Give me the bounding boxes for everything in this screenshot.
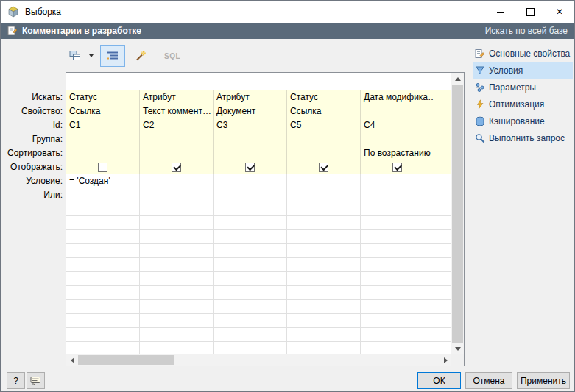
- grid-cell: [287, 160, 361, 174]
- display-checkbox[interactable]: [98, 163, 107, 172]
- wizard-button[interactable]: [130, 45, 152, 67]
- sidebar-item-conditions[interactable]: Условия: [473, 62, 573, 79]
- grid-cell[interactable]: [361, 104, 434, 118]
- grid-cell[interactable]: [287, 174, 361, 188]
- grid-row-labels: Искать: Свойство: Id: Группа: Сортироват…: [1, 90, 63, 202]
- grid-cell[interactable]: C3: [214, 118, 287, 132]
- grid-cell[interactable]: [434, 160, 451, 174]
- sidebar-item-optimization[interactable]: Оптимизация: [473, 96, 573, 113]
- display-checkbox[interactable]: [245, 163, 255, 172]
- grid-cell[interactable]: [287, 188, 361, 202]
- scroll-down-button[interactable]: [451, 343, 464, 354]
- sidebar-item-caching[interactable]: Кэширование: [473, 113, 573, 129]
- grid-cell[interactable]: [361, 174, 434, 188]
- grid-cell[interactable]: По возрастанию: [361, 146, 434, 160]
- grid-cell[interactable]: Текст коммент…: [140, 104, 214, 118]
- grid-cell[interactable]: [214, 132, 287, 146]
- scroll-up-button[interactable]: [451, 73, 464, 85]
- grid-cell[interactable]: C5: [287, 118, 361, 132]
- vertical-scroll-thumb[interactable]: [452, 85, 463, 343]
- close-button[interactable]: ✕: [545, 1, 574, 23]
- scroll-right-button[interactable]: [440, 354, 451, 366]
- minimize-button[interactable]: [486, 1, 515, 23]
- grid-row-condition: = 'Создан': [66, 174, 451, 188]
- row-label: Id:: [1, 118, 63, 132]
- grid-row-display: [66, 160, 451, 174]
- grid-cell[interactable]: Атрибут: [140, 90, 214, 104]
- structure-view-icon: [106, 51, 119, 61]
- grid-cell[interactable]: [287, 146, 361, 160]
- grid-cell[interactable]: [361, 188, 434, 202]
- row-label: Сортировать:: [1, 146, 63, 160]
- grid-cell[interactable]: [66, 188, 140, 202]
- cancel-button[interactable]: Отмена: [465, 372, 512, 389]
- grid-cell[interactable]: [287, 132, 361, 146]
- grid-cell[interactable]: C1: [66, 118, 140, 132]
- help-button[interactable]: ?: [7, 372, 25, 389]
- grid-row-or: [66, 188, 451, 202]
- header-bar: Комментарии в разработке Искать по всей …: [1, 23, 574, 39]
- grid-cell[interactable]: Документ: [214, 104, 287, 118]
- grid-cell[interactable]: [434, 90, 451, 104]
- comment-icon: [30, 376, 41, 386]
- notes-button[interactable]: [27, 372, 45, 389]
- grid-cell[interactable]: [140, 146, 214, 160]
- grid-cell[interactable]: Атрибут: [214, 90, 287, 104]
- grid-cell[interactable]: [434, 188, 451, 202]
- grid-cell[interactable]: C4: [361, 118, 434, 132]
- properties-icon: [475, 49, 485, 59]
- grid-content: Статус Атрибут Атрибут Статус Дата модиф…: [66, 73, 451, 354]
- grid-cell[interactable]: [214, 188, 287, 202]
- horizontal-scroll-thumb[interactable]: [78, 355, 174, 365]
- grid-cell[interactable]: Статус: [287, 90, 361, 104]
- display-checkbox[interactable]: [392, 163, 402, 172]
- grid-cell[interactable]: C2: [140, 118, 214, 132]
- sidebar-item-main-properties[interactable]: Основные свойства: [473, 45, 573, 62]
- grid-cell[interactable]: [214, 146, 287, 160]
- query-grid: Статус Атрибут Атрибут Статус Дата модиф…: [66, 72, 465, 366]
- sidebar-item-run-query[interactable]: Выполнить запрос: [473, 129, 573, 146]
- grid-cell[interactable]: [434, 118, 451, 132]
- grid-cell[interactable]: [66, 146, 140, 160]
- grid-cell[interactable]: [361, 132, 434, 146]
- grid-cell[interactable]: Статус: [66, 90, 140, 104]
- ok-button[interactable]: ОК: [417, 372, 461, 389]
- grid-cell[interactable]: [140, 132, 214, 146]
- grid-cell[interactable]: [434, 174, 451, 188]
- sql-button[interactable]: SQL: [159, 45, 186, 67]
- grid-row-group: [66, 132, 451, 146]
- vertical-scrollbar[interactable]: [451, 73, 464, 354]
- maximize-icon: [526, 8, 535, 16]
- structure-view-button[interactable]: [100, 45, 125, 67]
- grid-cell[interactable]: [66, 132, 140, 146]
- grid-cell[interactable]: [434, 104, 451, 118]
- grid-cell[interactable]: [434, 132, 451, 146]
- grid-cell[interactable]: [140, 188, 214, 202]
- grid-cell[interactable]: Ссылка: [287, 104, 361, 118]
- grid-cell[interactable]: [434, 146, 451, 160]
- sidebar-item-parameters[interactable]: Параметры: [473, 79, 573, 96]
- grid-cell[interactable]: = 'Создан': [66, 174, 140, 188]
- horizontal-scrollbar[interactable]: [66, 354, 451, 366]
- view-mode-button[interactable]: [64, 45, 86, 67]
- row-label: Свойство:: [1, 104, 63, 118]
- grid-cell: [140, 160, 214, 174]
- grid-cell[interactable]: [140, 174, 214, 188]
- header-title: Комментарии в разработке: [22, 26, 141, 36]
- sidebar-item-label: Кэширование: [489, 116, 545, 126]
- grid-empty-rows: [66, 202, 451, 354]
- row-label: Условие:: [1, 174, 63, 188]
- grid-row-property: Ссылка Текст коммент… Документ Ссылка: [66, 104, 451, 118]
- view-mode-dropdown[interactable]: [86, 45, 96, 67]
- grid-cell[interactable]: [214, 174, 287, 188]
- grid-cell[interactable]: Ссылка: [66, 104, 140, 118]
- display-checkbox[interactable]: [319, 163, 328, 172]
- display-checkbox[interactable]: [172, 163, 181, 172]
- row-label: Группа:: [1, 132, 63, 146]
- maximize-button[interactable]: [515, 1, 545, 23]
- grid-cell[interactable]: Дата модифика…: [361, 90, 434, 104]
- grid-row-sort: По возрастанию: [66, 146, 451, 160]
- apply-button[interactable]: Применить: [517, 372, 570, 389]
- scroll-left-button[interactable]: [66, 354, 78, 366]
- toolbar: SQL: [64, 43, 186, 68]
